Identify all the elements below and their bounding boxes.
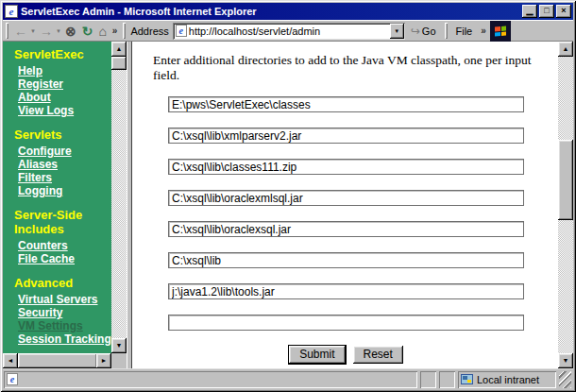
classpath-input-3[interactable]: [168, 159, 524, 175]
file-menu[interactable]: File: [450, 26, 479, 37]
toolbar-grip[interactable]: [6, 23, 8, 39]
close-button[interactable]: ×: [556, 5, 571, 18]
scroll-up-button[interactable]: ▲: [111, 42, 127, 57]
toolbar-overflow-chevron[interactable]: »: [110, 26, 121, 36]
address-bar[interactable]: e ▼: [173, 23, 405, 40]
go-label: Go: [422, 26, 436, 37]
browser-window: e ServletExec Admin - Microsoft Internet…: [0, 0, 576, 392]
sidebar-link-vm-settings[interactable]: VM Settings: [18, 319, 109, 332]
address-dropdown-button[interactable]: ▼: [390, 24, 404, 39]
forward-button[interactable]: →: [37, 22, 56, 41]
toolbar: ← ▼ → ▼ ⊗ ↻ ⌂ » Address e ▼ ↪ Go File »: [3, 20, 573, 42]
stop-button[interactable]: ⊗: [62, 22, 79, 41]
classpath-input-4[interactable]: [168, 190, 524, 206]
brand-logo: [490, 21, 511, 42]
section-advanced: Advanced Virtual Servers Security VM Set…: [9, 276, 109, 346]
status-bar: e Local intranet: [3, 368, 573, 389]
section-servlets: Servlets Configure Aliases Filters Loggi…: [9, 128, 109, 197]
resize-grip[interactable]: [559, 371, 571, 388]
scroll-right-button[interactable]: ►: [96, 353, 111, 368]
address-page-icon: e: [176, 25, 187, 37]
back-icon: ←: [14, 24, 27, 39]
classpath-input-1[interactable]: [168, 96, 524, 112]
classpath-fields: [168, 96, 524, 331]
reset-button[interactable]: Reset: [353, 346, 403, 364]
section-servletexec: ServletExec Help Register About View Log…: [9, 47, 109, 117]
sidebar-frame: ServletExec Help Register About View Log…: [3, 42, 127, 368]
form-buttons: Submit Reset: [168, 346, 524, 364]
sidebar-link-about[interactable]: About: [18, 91, 109, 104]
status-panel-2: [439, 371, 455, 388]
scrollbar-thumb[interactable]: [18, 353, 97, 368]
status-panel-1: [420, 371, 436, 388]
scroll-down-button[interactable]: ▼: [111, 338, 127, 353]
sidebar-link-filters[interactable]: Filters: [18, 171, 109, 184]
maximize-button[interactable]: □: [539, 5, 554, 18]
menu-overflow-chevron[interactable]: »: [478, 26, 489, 36]
sidebar-link-help[interactable]: Help: [18, 64, 109, 77]
classpath-input-5[interactable]: [168, 221, 524, 237]
sidebar-link-register[interactable]: Register: [18, 77, 109, 91]
title-bar: e ServletExec Admin - Microsoft Internet…: [3, 3, 573, 20]
sidebar-link-logging[interactable]: Logging: [18, 184, 109, 197]
forward-dropdown[interactable]: ▼: [56, 28, 62, 34]
sidebar-link-counters[interactable]: Counters: [18, 239, 109, 252]
classpath-input-6[interactable]: [168, 252, 524, 268]
local-intranet-icon: [461, 374, 473, 384]
submit-button[interactable]: Submit: [289, 346, 345, 364]
scroll-left-button[interactable]: ◄: [3, 353, 18, 368]
sidebar-heading-advanced: Advanced: [14, 276, 109, 290]
forward-icon: →: [40, 24, 53, 39]
minimize-button[interactable]: ▁: [522, 5, 537, 18]
refresh-icon: ↻: [82, 24, 93, 39]
home-button[interactable]: ⌂: [95, 22, 109, 41]
back-dropdown[interactable]: ▼: [30, 28, 37, 34]
sidebar-link-aliases[interactable]: Aliases: [18, 158, 109, 171]
address-label: Address: [128, 26, 172, 37]
zone-label: Local intranet: [477, 374, 539, 385]
frame-area: ServletExec Help Register About View Log…: [3, 42, 573, 368]
refresh-button[interactable]: ↻: [79, 22, 96, 41]
scroll-up-button[interactable]: ▲: [558, 42, 573, 57]
sidebar-link-view-logs[interactable]: View Logs: [18, 104, 109, 117]
main-vertical-scrollbar[interactable]: ▲ ▼: [558, 42, 573, 368]
scroll-down-button[interactable]: ▼: [558, 353, 573, 368]
address-input[interactable]: [187, 25, 390, 38]
classpath-input-7[interactable]: [168, 283, 524, 299]
sidebar-horizontal-scrollbar[interactable]: ◄ ►: [3, 353, 111, 368]
home-icon: ⌂: [98, 24, 106, 39]
classpath-input-8[interactable]: [168, 315, 524, 331]
go-arrow-icon: ↪: [411, 25, 420, 38]
sidebar-link-security[interactable]: Security: [18, 306, 109, 319]
sidebar-heading-servlets: Servlets: [14, 128, 109, 142]
sidebar-link-configure[interactable]: Configure: [18, 145, 109, 158]
window-title: ServletExec Admin - Microsoft Internet E…: [21, 6, 520, 17]
windows-flag-icon: [495, 26, 506, 36]
scrollbar-thumb[interactable]: [558, 140, 573, 220]
scrollbar-track[interactable]: [111, 42, 127, 353]
section-server-side-includes: Server-Side Includes Counters File Cache: [9, 208, 109, 265]
back-button[interactable]: ←: [11, 22, 30, 41]
address-band-grip[interactable]: [123, 23, 126, 39]
sidebar-heading-server-side-includes: Server-Side Includes: [14, 208, 109, 236]
go-button[interactable]: ↪ Go: [405, 22, 442, 41]
ie-page-icon: e: [5, 5, 18, 18]
sidebar-heading-servletexec: ServletExec: [14, 47, 109, 61]
scrollbar-corner: [111, 353, 127, 368]
main-frame: Enter additional directories to add to t…: [132, 42, 558, 368]
status-ie-page-icon: e: [7, 373, 18, 385]
sidebar-link-session-tracking[interactable]: Session Tracking: [18, 332, 109, 346]
security-zone-panel: Local intranet: [458, 371, 556, 388]
sidebar-nav: ServletExec Help Register About View Log…: [3, 42, 111, 368]
classpath-instruction: Enter additional directories to add to t…: [153, 53, 558, 83]
status-message-panel: e: [4, 371, 417, 388]
menu-band-grip[interactable]: [445, 23, 448, 39]
classpath-input-2[interactable]: [168, 128, 524, 144]
stop-icon: ⊗: [65, 24, 76, 39]
scrollbar-thumb[interactable]: [111, 57, 127, 70]
sidebar-vertical-scrollbar[interactable]: ▲ ▼: [111, 42, 127, 353]
sidebar-link-virtual-servers[interactable]: Virtual Servers: [18, 293, 109, 306]
sidebar-link-file-cache[interactable]: File Cache: [18, 252, 109, 265]
vm-settings-page: Enter additional directories to add to t…: [132, 42, 558, 364]
